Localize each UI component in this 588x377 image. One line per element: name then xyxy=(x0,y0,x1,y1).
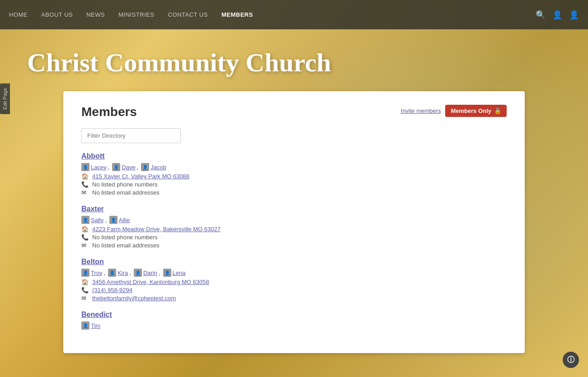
family-entry: Abbott👤Lacey,👤Dave,👤Jacob 🏠 415 Xavier C… xyxy=(81,152,507,196)
member-separator: , xyxy=(105,217,107,223)
family-name-belton[interactable]: Belton xyxy=(81,258,507,266)
member-avatar: 👤 xyxy=(163,269,171,277)
member-avatar: 👤 xyxy=(112,163,120,171)
nav-link-about[interactable]: ABOUT US xyxy=(41,11,73,18)
invite-members-link[interactable]: Invite members xyxy=(401,107,441,114)
phone-row: 📞 (314) 958-9294 xyxy=(81,287,507,293)
edit-page-tab[interactable]: Edit Page xyxy=(0,84,10,114)
phone-row: 📞 No listed phone numbers xyxy=(81,234,507,241)
phone-icon: 📞 xyxy=(81,234,89,241)
nav-link-home[interactable]: HOME xyxy=(9,11,28,18)
member-name[interactable]: Allie xyxy=(119,217,130,223)
member-avatar: 👤 xyxy=(141,163,149,171)
member-avatar: 👤 xyxy=(108,269,116,277)
search-icon[interactable]: 🔍 xyxy=(536,10,546,20)
hero-section: Christ Community Church xyxy=(0,29,588,91)
nav-link-ministries[interactable]: MINISTRIES xyxy=(118,11,154,18)
family-name-benedict[interactable]: Benedict xyxy=(81,311,507,319)
member-item: 👤Tim xyxy=(81,321,100,330)
member-name[interactable]: Kira xyxy=(118,270,128,276)
nav-link-contact[interactable]: CONTACT US xyxy=(168,11,208,18)
member-item: 👤Lacey, xyxy=(81,163,109,171)
member-item: 👤Sally, xyxy=(81,216,107,224)
members-only-button[interactable]: Members Only 🔒 xyxy=(445,105,507,117)
home-icon: 🏠 xyxy=(81,173,89,180)
email-row: ✉ thebeltonfamily@cpheptest.com xyxy=(81,295,507,302)
home-icon: 🏠 xyxy=(81,279,89,285)
main-content: Members Invite members Members Only 🔒 Ab… xyxy=(63,91,525,353)
address-link[interactable]: 4223 Farm Meadow Drive, Bakersville MO 6… xyxy=(92,226,221,233)
nav-link-members[interactable]: MEMBERS xyxy=(221,11,253,18)
member-avatar: 👤 xyxy=(81,216,89,224)
member-separator: , xyxy=(129,270,131,276)
member-avatar: 👤 xyxy=(109,216,118,224)
email-value: No listed email addresses xyxy=(92,242,160,249)
member-item: 👤Kira, xyxy=(108,269,131,277)
address-link[interactable]: 3456 Amethyst Drive, Kantonburg MO 63058 xyxy=(92,279,209,285)
family-entry: Baxter👤Sally,👤Allie 🏠 4223 Farm Meadow D… xyxy=(81,205,507,249)
nav-links: HOMEABOUT USNEWSMINISTRIESCONTACT USMEMB… xyxy=(9,11,253,18)
member-name[interactable]: Darin xyxy=(143,270,157,276)
phone-icon: 📞 xyxy=(81,181,89,188)
address-row: 🏠 3456 Amethyst Drive, Kantonburg MO 630… xyxy=(81,279,507,285)
members-row: 👤Lacey,👤Dave,👤Jacob xyxy=(81,163,507,171)
email-icon: ✉ xyxy=(81,242,89,249)
member-item: 👤Lena xyxy=(163,269,186,277)
email-link[interactable]: thebeltonfamily@cpheptest.com xyxy=(92,295,176,302)
site-title: Christ Community Church xyxy=(27,47,561,78)
member-name[interactable]: Jacob xyxy=(151,164,166,171)
member-item: 👤Darin, xyxy=(134,269,160,277)
email-row: ✉ No listed email addresses xyxy=(81,242,507,249)
member-item: 👤Allie xyxy=(109,216,130,224)
family-name-abbott[interactable]: Abbott xyxy=(81,152,507,160)
lock-icon: 🔒 xyxy=(494,107,501,114)
user-icon[interactable]: 👤 xyxy=(552,10,562,20)
members-only-label: Members Only xyxy=(451,107,491,114)
member-separator: , xyxy=(137,164,139,171)
member-avatar: 👤 xyxy=(81,163,89,171)
nav-icons: 🔍 👤 👤 xyxy=(536,10,579,20)
address-row: 🏠 4223 Farm Meadow Drive, Bakersville MO… xyxy=(81,226,507,233)
member-avatar: 👤 xyxy=(81,269,89,277)
member-item: 👤Dave, xyxy=(112,163,138,171)
filter-directory-input[interactable] xyxy=(81,128,181,143)
member-name[interactable]: Dave xyxy=(122,164,135,171)
member-item: 👤Troy, xyxy=(81,269,105,277)
member-avatar: 👤 xyxy=(81,321,89,330)
member-name[interactable]: Tim xyxy=(91,322,100,329)
member-separator: , xyxy=(108,164,110,171)
profile-avatar[interactable]: 👤 xyxy=(569,10,579,20)
email-icon: ✉ xyxy=(81,189,89,196)
member-name[interactable]: Lena xyxy=(173,270,186,276)
member-separator: , xyxy=(159,270,160,276)
phone-value[interactable]: (314) 958-9294 xyxy=(92,287,132,293)
member-item: 👤Jacob xyxy=(141,163,166,171)
email-icon: ✉ xyxy=(81,295,89,302)
header-actions: Invite members Members Only 🔒 xyxy=(401,105,507,117)
info-button[interactable]: ⓘ xyxy=(563,352,579,368)
member-name[interactable]: Troy xyxy=(91,270,103,276)
email-row: ✉ No listed email addresses xyxy=(81,189,507,196)
phone-icon: 📞 xyxy=(81,287,89,293)
content-header: Members Invite members Members Only 🔒 xyxy=(81,105,507,119)
members-row: 👤Troy,👤Kira,👤Darin,👤Lena xyxy=(81,269,507,277)
families-list: Abbott👤Lacey,👤Dave,👤Jacob 🏠 415 Xavier C… xyxy=(81,152,507,330)
home-icon: 🏠 xyxy=(81,226,89,233)
member-avatar: 👤 xyxy=(134,269,142,277)
phone-row: 📞 No listed phone numbers xyxy=(81,181,507,188)
member-separator: , xyxy=(104,270,106,276)
member-name[interactable]: Sally xyxy=(91,217,103,223)
family-entry: Benedict👤Tim xyxy=(81,311,507,330)
family-entry: Belton👤Troy,👤Kira,👤Darin,👤Lena 🏠 3456 Am… xyxy=(81,258,507,302)
family-name-baxter[interactable]: Baxter xyxy=(81,205,507,213)
address-row: 🏠 415 Xavier Ct, Valley Park MO 63088 xyxy=(81,173,507,180)
email-value: No listed email addresses xyxy=(92,189,160,196)
navigation: HOMEABOUT USNEWSMINISTRIESCONTACT USMEMB… xyxy=(0,0,588,29)
address-link[interactable]: 415 Xavier Ct, Valley Park MO 63088 xyxy=(92,173,189,180)
member-name[interactable]: Lacey xyxy=(91,164,107,171)
page-title: Members xyxy=(81,105,137,119)
phone-value: No listed phone numbers xyxy=(92,181,158,188)
members-row: 👤Sally,👤Allie xyxy=(81,216,507,224)
nav-link-news[interactable]: NEWS xyxy=(86,11,105,18)
phone-value: No listed phone numbers xyxy=(92,234,158,241)
